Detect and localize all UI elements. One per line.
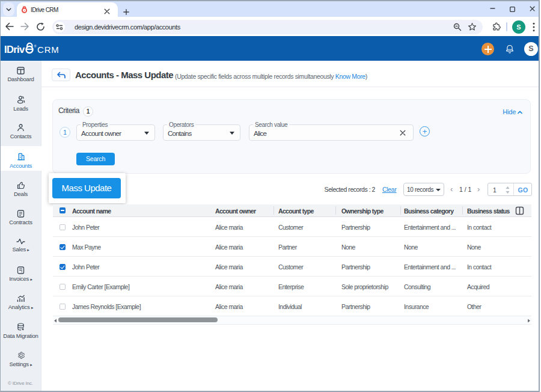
svg-text:®: ®: [34, 44, 37, 48]
svg-text:IDriv: IDriv: [4, 44, 25, 55]
svg-text:CRM: CRM: [37, 44, 60, 55]
